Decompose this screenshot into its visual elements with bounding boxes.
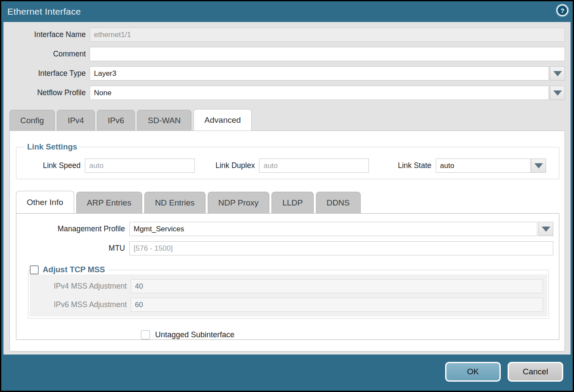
tab-ndp-proxy[interactable]: NDP Proxy bbox=[208, 192, 270, 213]
netflow-profile-label: Netflow Profile bbox=[9, 88, 90, 97]
management-profile-row: Management Profile bbox=[16, 222, 553, 236]
tab-sdwan[interactable]: SD-WAN bbox=[137, 110, 191, 131]
interface-type-label: Interface Type bbox=[9, 69, 90, 78]
help-icon[interactable]: ? bbox=[556, 4, 568, 16]
comment-field[interactable] bbox=[90, 47, 565, 61]
tab-arp-entries[interactable]: ARP Entries bbox=[76, 192, 142, 213]
tab-config[interactable]: Config bbox=[9, 110, 55, 131]
link-state-label: Link State bbox=[398, 161, 436, 170]
netflow-profile-dropdown-button[interactable] bbox=[550, 86, 565, 100]
netflow-profile-select bbox=[90, 86, 565, 100]
interface-name-row: Interface Name bbox=[9, 28, 565, 42]
interface-type-dropdown-button[interactable] bbox=[550, 66, 565, 81]
management-profile-dropdown-button[interactable] bbox=[538, 222, 553, 236]
dialog-title: Ethernet Interface bbox=[7, 6, 81, 17]
netflow-profile-row: Netflow Profile bbox=[9, 86, 565, 100]
comment-label: Comment bbox=[9, 50, 90, 59]
comment-row: Comment bbox=[9, 47, 565, 61]
ipv4-mss-row: IPv4 MSS Adjustment bbox=[30, 277, 543, 296]
tab-nd-entries[interactable]: ND Entries bbox=[144, 192, 206, 213]
chevron-down-icon bbox=[553, 90, 562, 96]
ipv4-mss-label: IPv4 MSS Adjustment bbox=[30, 282, 131, 291]
untagged-subinterface-label: Untagged Subinterface bbox=[155, 330, 234, 339]
adjust-tcp-mss-legend: Adjust TCP MSS bbox=[30, 265, 108, 274]
cancel-button[interactable]: Cancel bbox=[508, 362, 563, 382]
other-info-panel: Management Profile MTU bbox=[16, 213, 559, 340]
interface-type-value[interactable] bbox=[90, 66, 549, 81]
inner-tab-section: Other Info ARP Entries ND Entries NDP Pr… bbox=[16, 187, 559, 351]
dialog-content: Interface Name Comment Interface Type Ne… bbox=[3, 22, 571, 355]
main-tabstrip: Config IPv4 IPv6 SD-WAN Advanced bbox=[9, 110, 565, 131]
mtu-label: MTU bbox=[16, 244, 129, 253]
ipv6-mss-field bbox=[131, 298, 543, 312]
chevron-down-icon bbox=[542, 227, 550, 232]
mtu-field[interactable] bbox=[129, 241, 553, 255]
chevron-down-icon bbox=[534, 163, 543, 168]
tab-advanced[interactable]: Advanced bbox=[193, 109, 252, 131]
link-state-value[interactable] bbox=[436, 159, 531, 173]
tab-ddns[interactable]: DDNS bbox=[316, 192, 361, 213]
tab-lldp[interactable]: LLDP bbox=[271, 192, 314, 213]
management-profile-select bbox=[129, 222, 553, 236]
link-settings-fieldset: Link Settings Link Speed Link Duplex Lin… bbox=[16, 142, 559, 179]
link-duplex-field[interactable] bbox=[259, 159, 369, 173]
netflow-profile-value[interactable] bbox=[90, 86, 549, 100]
tab-ipv4[interactable]: IPv4 bbox=[57, 110, 95, 131]
dialog-footer: OK Cancel bbox=[1, 355, 573, 391]
ipv6-mss-row: IPv6 MSS Adjustment bbox=[30, 296, 543, 314]
advanced-tab-panel: Link Settings Link Speed Link Duplex Lin… bbox=[9, 131, 565, 352]
adjust-tcp-mss-fieldset: Adjust TCP MSS IPv4 MSS Adjustment IPv6 … bbox=[28, 265, 549, 319]
link-state-dropdown-button[interactable] bbox=[531, 159, 546, 173]
link-settings-legend: Link Settings bbox=[25, 142, 79, 152]
ok-button[interactable]: OK bbox=[445, 362, 501, 382]
tab-ipv6[interactable]: IPv6 bbox=[97, 110, 135, 131]
link-duplex-label: Link Duplex bbox=[215, 161, 259, 170]
interface-name-field bbox=[90, 28, 565, 42]
ipv4-mss-field bbox=[131, 279, 543, 293]
untagged-subinterface-row: Untagged Subinterface bbox=[141, 330, 553, 339]
adjust-tcp-mss-checkbox[interactable] bbox=[30, 265, 39, 274]
untagged-subinterface-checkbox[interactable] bbox=[141, 330, 150, 339]
interface-type-row: Interface Type bbox=[9, 66, 565, 81]
dialog-titlebar: Ethernet Interface ? bbox=[1, 1, 573, 22]
link-settings-row: Link Speed Link Duplex Link State bbox=[22, 159, 553, 173]
link-speed-label: Link Speed bbox=[22, 161, 85, 170]
tab-other-info[interactable]: Other Info bbox=[16, 191, 74, 213]
management-profile-value[interactable] bbox=[129, 222, 537, 236]
inner-tabstrip: Other Info ARP Entries ND Entries NDP Pr… bbox=[16, 192, 559, 213]
adjust-tcp-mss-caption: Adjust TCP MSS bbox=[43, 265, 105, 274]
link-state-group: Link State bbox=[398, 159, 553, 173]
mss-disabled-area: IPv4 MSS Adjustment IPv6 MSS Adjustment bbox=[30, 274, 547, 317]
management-profile-label: Management Profile bbox=[16, 224, 129, 233]
interface-name-label: Interface Name bbox=[9, 30, 90, 39]
link-state-select bbox=[436, 159, 546, 173]
link-speed-field[interactable] bbox=[85, 159, 195, 173]
ethernet-interface-dialog: Ethernet Interface ? Interface Name Comm… bbox=[0, 0, 574, 392]
interface-type-select bbox=[90, 66, 565, 81]
chevron-down-icon bbox=[553, 71, 562, 76]
dialog-frame: Ethernet Interface ? Interface Name Comm… bbox=[1, 1, 573, 391]
ipv6-mss-label: IPv6 MSS Adjustment bbox=[30, 300, 131, 309]
mtu-row: MTU bbox=[16, 241, 553, 255]
